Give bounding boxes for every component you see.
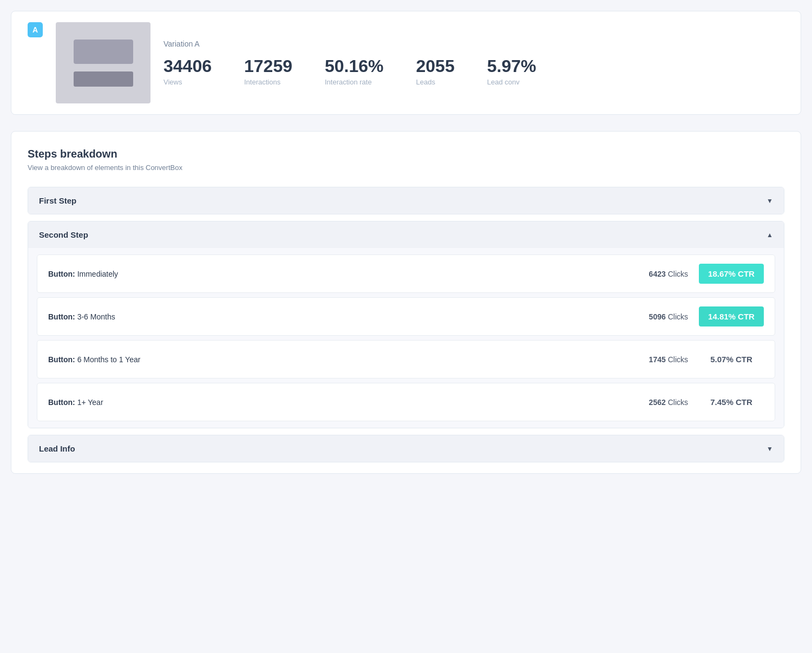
stat-value-0: 34406 (163, 57, 212, 76)
variation-card: A Variation A 34406 Views 17259 Interact… (11, 11, 801, 115)
stat-label-3: Leads (416, 78, 435, 86)
clicks-count-1-2: 1745 Clicks (639, 355, 688, 364)
button-label-1-2: Button: 6 Months to 1 Year (48, 355, 140, 364)
lead-info-title: Lead Info (39, 444, 75, 453)
variation-name: Variation A (163, 40, 784, 48)
step-title-second-step: Second Step (39, 230, 88, 239)
button-row-1-2: Button: 6 Months to 1 Year 1745 Clicks 5… (37, 340, 775, 378)
stat-label-1: Interactions (244, 78, 280, 86)
thumb-block-1 (74, 40, 133, 64)
ctr-badge-1-0: 18.67% CTR (699, 264, 764, 284)
stat-label-2: Interaction rate (325, 78, 372, 86)
stat-item-2: 50.16% Interaction rate (325, 57, 384, 86)
steps-section: Steps breakdown View a breakdown of elem… (11, 131, 801, 474)
step-accordion-first-step: First Step ▼ (28, 187, 784, 214)
ctr-badge-1-2: 5.07% CTR (699, 349, 764, 369)
step-chevron-icon-second-step: ▲ (767, 231, 773, 239)
clicks-count-1-0: 6423 Clicks (639, 270, 688, 278)
step-accordion-second-step: Second Step ▲ Button: Immediately 6423 C… (28, 221, 784, 428)
lead-info-accordion: Lead Info ▼ (28, 435, 784, 462)
stat-label-0: Views (163, 78, 182, 86)
step-title-first-step: First Step (39, 196, 76, 205)
button-right-1-2: 1745 Clicks 5.07% CTR (639, 349, 764, 369)
stat-value-1: 17259 (244, 57, 292, 76)
section-subtitle: View a breakdown of elements in this Con… (28, 164, 784, 172)
stat-value-2: 50.16% (325, 57, 384, 76)
stat-value-4: 5.97% (487, 57, 536, 76)
page-wrapper: A Variation A 34406 Views 17259 Interact… (0, 0, 812, 653)
step-header-second-step[interactable]: Second Step ▲ (28, 221, 784, 248)
button-label-1-3: Button: 1+ Year (48, 398, 103, 407)
ctr-badge-1-1: 14.81% CTR (699, 306, 764, 326)
stat-label-4: Lead conv (487, 78, 520, 86)
stat-item-0: 34406 Views (163, 57, 212, 86)
button-right-1-1: 5096 Clicks 14.81% CTR (639, 306, 764, 326)
stat-value-3: 2055 (416, 57, 455, 76)
variation-thumbnail (56, 22, 150, 103)
button-right-1-0: 6423 Clicks 18.67% CTR (639, 264, 764, 284)
steps-container: First Step ▼ Second Step ▲ Button: Immed… (28, 187, 784, 428)
clicks-count-1-1: 5096 Clicks (639, 312, 688, 321)
step-header-first-step[interactable]: First Step ▼ (28, 187, 784, 214)
button-label-1-1: Button: 3-6 Months (48, 312, 115, 321)
section-title: Steps breakdown (28, 148, 784, 160)
stats-row: 34406 Views 17259 Interactions 50.16% In… (163, 57, 784, 86)
button-right-1-3: 2562 Clicks 7.45% CTR (639, 392, 764, 412)
button-row-1-0: Button: Immediately 6423 Clicks 18.67% C… (37, 254, 775, 293)
step-chevron-icon-first-step: ▼ (767, 197, 773, 205)
lead-info-header[interactable]: Lead Info ▼ (28, 435, 784, 462)
button-row-1-1: Button: 3-6 Months 5096 Clicks 14.81% CT… (37, 297, 775, 336)
button-label-1-0: Button: Immediately (48, 270, 118, 278)
stat-item-3: 2055 Leads (416, 57, 455, 86)
stat-item-4: 5.97% Lead conv (487, 57, 536, 86)
ctr-badge-1-3: 7.45% CTR (699, 392, 764, 412)
variation-info: Variation A 34406 Views 17259 Interactio… (163, 40, 784, 86)
button-row-1-3: Button: 1+ Year 2562 Clicks 7.45% CTR (37, 383, 775, 421)
step-content-second-step: Button: Immediately 6423 Clicks 18.67% C… (28, 248, 784, 428)
stat-item-1: 17259 Interactions (244, 57, 292, 86)
thumb-block-2 (74, 71, 133, 87)
clicks-count-1-3: 2562 Clicks (639, 398, 688, 407)
lead-info-chevron-down-icon: ▼ (767, 445, 773, 453)
variation-badge: A (28, 22, 43, 37)
